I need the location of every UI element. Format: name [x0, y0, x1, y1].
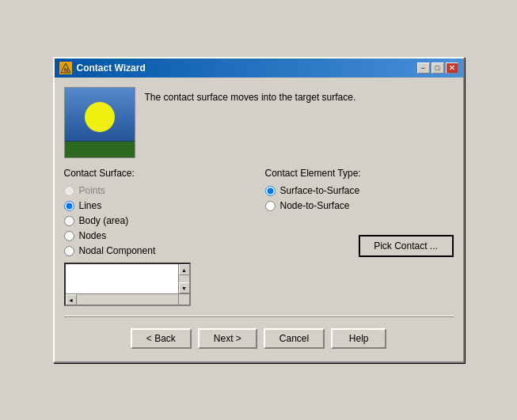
contact-element-type-panel: Contact Element Type: Surface-to-Surface… — [265, 168, 454, 306]
svg-text:N: N — [64, 67, 68, 73]
content-area: The contact surface moves into the targe… — [64, 87, 454, 158]
radio-lines-label: Lines — [79, 200, 102, 211]
scroll-down-arrow[interactable]: ▼ — [179, 282, 190, 293]
window-body: The contact surface moves into the targe… — [55, 78, 463, 361]
radio-nodal-label: Nodal Component — [79, 245, 156, 256]
radio-lines[interactable] — [64, 201, 74, 211]
title-buttons: − □ ✕ — [417, 62, 458, 74]
radio-item-node-to-surface[interactable]: Node-to-Surface — [265, 200, 454, 211]
radio-item-nodal[interactable]: Nodal Component — [64, 245, 253, 256]
description-text: The contact surface moves into the targe… — [145, 87, 454, 158]
radio-item-points[interactable]: Points — [64, 185, 253, 196]
radio-nodes-label: Nodes — [79, 230, 107, 241]
radio-points-label: Points — [79, 185, 105, 196]
contact-surface-panel: Contact Surface: Points Lines Body (area… — [64, 168, 253, 306]
radio-item-body[interactable]: Body (area) — [64, 215, 253, 226]
sun-shape — [85, 102, 115, 132]
contact-surface-label: Contact Surface: — [64, 168, 253, 179]
app-logo: N — [59, 62, 72, 74]
radio-surface-to-surface[interactable] — [265, 186, 276, 196]
help-button[interactable]: Help — [331, 328, 386, 349]
ground-shape — [65, 142, 135, 157]
title-bar-left: N Contact Wizard — [59, 62, 146, 74]
contact-wizard-window: N Contact Wizard − □ ✕ The contact surfa… — [53, 57, 465, 363]
radio-node-to-surface-label: Node-to-Surface — [280, 200, 350, 211]
back-button[interactable]: < Back — [131, 328, 192, 349]
close-button[interactable]: ✕ — [446, 62, 458, 74]
radio-nodal[interactable] — [64, 246, 74, 256]
illustration — [64, 87, 135, 158]
radio-surface-to-surface-label: Surface-to-Surface — [280, 185, 360, 196]
radio-item-nodes[interactable]: Nodes — [64, 230, 253, 241]
radio-item-surface-to-surface[interactable]: Surface-to-Surface — [265, 185, 454, 196]
pick-contact-button[interactable]: Pick Contact ... — [359, 235, 454, 257]
radio-points[interactable] — [64, 186, 74, 196]
footer-divider — [64, 316, 454, 317]
next-button[interactable]: Next > — [198, 328, 257, 349]
radio-body-label: Body (area) — [79, 215, 129, 226]
footer-buttons: < Back Next > Cancel Help — [64, 324, 454, 352]
radio-nodes[interactable] — [64, 231, 74, 241]
window-title: Contact Wizard — [77, 62, 146, 74]
main-section: Contact Surface: Points Lines Body (area… — [64, 168, 454, 306]
scroll-up-arrow[interactable]: ▲ — [179, 264, 190, 275]
title-bar: N Contact Wizard − □ ✕ — [55, 59, 463, 78]
contact-element-type-options: Surface-to-Surface Node-to-Surface — [265, 185, 454, 211]
radio-body[interactable] — [64, 216, 74, 226]
contact-surface-textarea[interactable]: ▲ ▼ ◄ — [64, 263, 191, 306]
scroll-left-arrow[interactable]: ◄ — [66, 294, 77, 305]
radio-item-lines[interactable]: Lines — [64, 200, 253, 211]
scroll-corner — [178, 293, 189, 305]
minimize-button[interactable]: − — [417, 62, 430, 74]
maximize-button[interactable]: □ — [431, 62, 444, 74]
horizontal-scrollbar[interactable]: ◄ — [66, 293, 178, 305]
cancel-button[interactable]: Cancel — [264, 328, 325, 349]
contact-surface-options: Points Lines Body (area) Nodes — [64, 185, 253, 256]
radio-node-to-surface[interactable] — [265, 201, 276, 211]
contact-element-type-label: Contact Element Type: — [265, 168, 454, 179]
vertical-scrollbar[interactable]: ▲ ▼ — [178, 264, 189, 293]
